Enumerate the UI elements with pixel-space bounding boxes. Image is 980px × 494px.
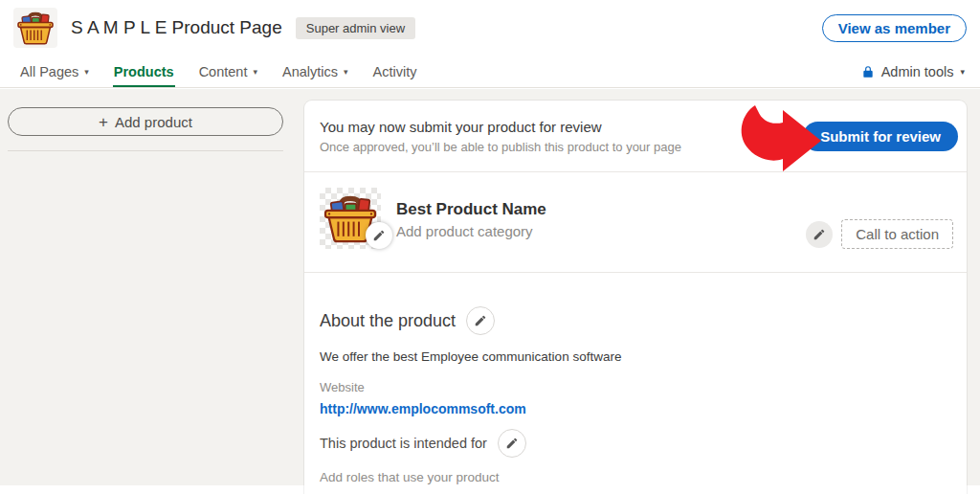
nav-item-analytics[interactable]: Analytics ▾ bbox=[270, 56, 361, 87]
add-product-button[interactable]: + Add product bbox=[8, 107, 283, 136]
plus-icon: + bbox=[99, 114, 108, 130]
edit-about-button[interactable] bbox=[466, 306, 495, 335]
nav-item-products[interactable]: Products bbox=[101, 56, 187, 87]
product-header-row: Best Product Name Add product category C… bbox=[304, 172, 967, 273]
product-description: We offer the best Employee communication… bbox=[320, 349, 951, 364]
website-label: Website bbox=[320, 380, 951, 394]
nav-item-activity[interactable]: Activity bbox=[361, 56, 430, 87]
product-category-placeholder: Add product category bbox=[396, 223, 546, 239]
intended-for-label: This product is intended for bbox=[320, 436, 487, 451]
review-banner: You may now submit your product for revi… bbox=[304, 101, 967, 172]
chevron-down-icon: ▾ bbox=[344, 67, 348, 77]
pencil-icon bbox=[505, 437, 519, 450]
view-as-member-button[interactable]: View as member bbox=[822, 14, 967, 42]
content-area: + Add product You may now submit your pr… bbox=[0, 89, 980, 494]
products-sidebar: + Add product bbox=[8, 107, 283, 151]
about-section: About the product We offer the best Empl… bbox=[304, 273, 967, 494]
edit-logo-button[interactable] bbox=[366, 222, 392, 249]
pencil-icon bbox=[372, 229, 386, 242]
chevron-down-icon: ▾ bbox=[960, 67, 965, 77]
product-name: Best Product Name bbox=[396, 199, 546, 220]
super-admin-badge: Super admin view bbox=[296, 17, 415, 39]
edit-intended-for-button[interactable] bbox=[498, 429, 526, 458]
review-banner-title: You may now submit your product for revi… bbox=[320, 119, 803, 135]
admin-tools-menu[interactable]: Admin tools ▾ bbox=[854, 56, 972, 87]
pencil-icon bbox=[474, 314, 487, 327]
page: S A M P L E Product Page Super admin vie… bbox=[0, 0, 980, 494]
call-to-action-button[interactable]: Call to action bbox=[841, 219, 953, 249]
lock-icon bbox=[861, 65, 875, 79]
roles-placeholder: Add roles that use your product bbox=[320, 470, 951, 484]
page-nav: All Pages ▾ Products Content ▾ Analytics… bbox=[0, 56, 980, 88]
sidebar-divider bbox=[8, 150, 283, 151]
page-logo-basket-icon bbox=[13, 8, 57, 48]
admin-tools-label: Admin tools bbox=[881, 64, 954, 79]
pencil-icon bbox=[813, 228, 826, 241]
nav-item-all-pages[interactable]: All Pages ▾ bbox=[8, 56, 101, 87]
page-title: S A M P L E Product Page bbox=[71, 17, 282, 38]
page-header: S A M P L E Product Page Super admin vie… bbox=[0, 0, 980, 56]
chevron-down-icon: ▾ bbox=[253, 67, 257, 77]
website-link[interactable]: http://www.emplocommsoft.com bbox=[320, 401, 526, 416]
product-card: You may now submit your product for revi… bbox=[304, 101, 967, 494]
edit-call-to-action-button[interactable] bbox=[806, 221, 833, 248]
about-heading: About the product bbox=[320, 311, 456, 331]
submit-for-review-button[interactable]: Submit for review bbox=[803, 122, 958, 151]
nav-item-content[interactable]: Content ▾ bbox=[187, 56, 270, 87]
chevron-down-icon: ▾ bbox=[84, 67, 89, 77]
review-banner-subtitle: Once approved, you’ll be able to publish… bbox=[320, 140, 803, 154]
